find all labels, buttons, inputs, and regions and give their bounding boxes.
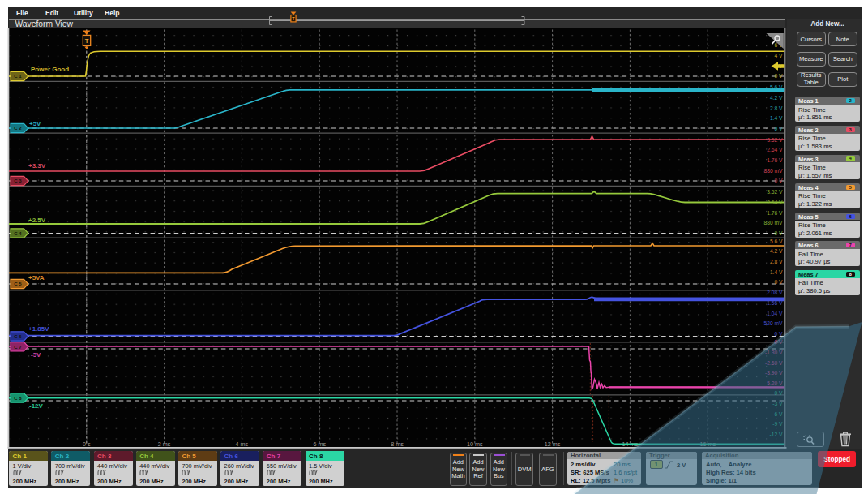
svg-text:C 6: C 6 xyxy=(14,334,22,339)
svg-text:-3.90 V: -3.90 V xyxy=(765,370,783,376)
svg-text:0 V: 0 V xyxy=(774,331,783,337)
svg-text:0 V: 0 V xyxy=(774,73,783,79)
svg-text:2.64 V: 2.64 V xyxy=(767,147,783,152)
svg-text:1.4 V: 1.4 V xyxy=(770,115,783,121)
svg-text:1.56 V: 1.56 V xyxy=(767,300,783,306)
svg-text:0 V: 0 V xyxy=(774,279,783,285)
svg-text:C 1: C 1 xyxy=(14,74,22,79)
svg-text:0 V: 0 V xyxy=(774,126,783,131)
svg-text:4.2 V: 4.2 V xyxy=(770,95,783,101)
svg-text:C 2: C 2 xyxy=(14,126,22,131)
svg-text:880 mV: 880 mV xyxy=(763,168,783,174)
svg-text:10 ms: 10 ms xyxy=(467,440,483,448)
svg-text:1.4 V: 1.4 V xyxy=(770,269,783,275)
svg-text:C 3: C 3 xyxy=(14,178,22,183)
svg-text:4 V: 4 V xyxy=(774,53,783,58)
svg-text:T: T xyxy=(85,37,89,45)
svg-text:5.6 V: 5.6 V xyxy=(770,84,783,90)
svg-text:880 mV: 880 mV xyxy=(763,220,783,226)
svg-text:0 V: 0 V xyxy=(774,178,783,183)
svg-text:+3.3V: +3.3V xyxy=(28,162,46,170)
svg-text:-12V: -12V xyxy=(29,402,44,410)
svg-text:2.8 V: 2.8 V xyxy=(770,259,783,264)
svg-text:12 ms: 12 ms xyxy=(545,440,561,448)
svg-text:2.64 V: 2.64 V xyxy=(767,200,783,205)
svg-text:Power Good: Power Good xyxy=(31,66,69,73)
svg-text:4.2 V: 4.2 V xyxy=(770,248,783,254)
svg-text:2 ms: 2 ms xyxy=(158,440,171,448)
svg-text:3.52 V: 3.52 V xyxy=(767,137,783,143)
svg-text:+2.5V: +2.5V xyxy=(28,217,46,224)
svg-text:C 8: C 8 xyxy=(14,396,22,401)
svg-text:0 V: 0 V xyxy=(774,390,783,396)
svg-text:1.76 V: 1.76 V xyxy=(767,210,783,216)
svg-text:+5VA: +5VA xyxy=(28,274,45,281)
svg-text:2.8 V: 2.8 V xyxy=(770,105,783,111)
svg-text:0 s: 0 s xyxy=(83,440,91,448)
svg-text:1.04 V: 1.04 V xyxy=(767,311,783,316)
svg-text:-1.30 V: -1.30 V xyxy=(765,350,783,355)
svg-text:4 ms: 4 ms xyxy=(236,440,249,448)
svg-text:8 ms: 8 ms xyxy=(391,440,404,448)
svg-text:0 V: 0 V xyxy=(774,339,783,345)
svg-text:+5V: +5V xyxy=(29,120,41,127)
svg-text:-6 V: -6 V xyxy=(772,411,783,417)
svg-text:5.6 V: 5.6 V xyxy=(770,238,783,244)
svg-text:6 ms: 6 ms xyxy=(313,440,326,448)
svg-text:3.52 V: 3.52 V xyxy=(767,189,783,195)
svg-text:C 4: C 4 xyxy=(14,231,22,236)
svg-text:0 V: 0 V xyxy=(774,230,783,236)
svg-text:-12 V: -12 V xyxy=(770,432,784,437)
svg-text:-2.60 V: -2.60 V xyxy=(765,360,783,366)
svg-text:-5V: -5V xyxy=(31,351,41,359)
svg-text:+1.85V: +1.85V xyxy=(28,325,49,333)
svg-text:2.08 V: 2.08 V xyxy=(767,290,783,295)
svg-text:-9 V: -9 V xyxy=(772,421,783,427)
svg-text:520 mV: 520 mV xyxy=(763,320,783,326)
svg-text:C 7: C 7 xyxy=(14,345,22,350)
svg-text:-5.20 V: -5.20 V xyxy=(765,380,783,386)
svg-text:1.76 V: 1.76 V xyxy=(767,157,783,163)
svg-text:-3 V: -3 V xyxy=(772,401,783,406)
svg-text:C 5: C 5 xyxy=(14,281,22,286)
